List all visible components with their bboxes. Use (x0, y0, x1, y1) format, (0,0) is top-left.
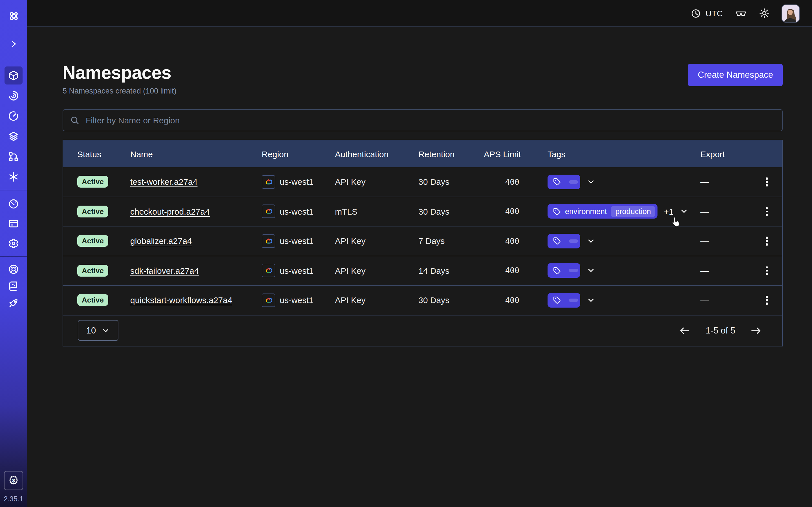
tag-badge[interactable] (548, 175, 580, 189)
namespace-link[interactable]: globalizer.a27a4 (130, 236, 192, 246)
sidebar-item-batch-operations[interactable] (4, 168, 22, 186)
sidebar-item-settings[interactable] (4, 234, 22, 252)
status-badge: Active (77, 294, 108, 306)
search-icon (70, 115, 80, 125)
table-pagination: 10 1-5 of 5 (63, 315, 782, 346)
filter-search[interactable] (63, 109, 783, 131)
export-value: — (700, 177, 752, 187)
chevron-down-icon (587, 237, 596, 245)
region-label: us-west1 (280, 236, 313, 246)
tag-icon (553, 267, 561, 275)
tag-value (569, 298, 578, 302)
next-page-button[interactable] (750, 326, 762, 335)
tags-more-count: +1 (664, 207, 673, 216)
tag-value (569, 269, 578, 272)
namespace-link[interactable]: test-worker.a27a4 (130, 177, 197, 187)
aps-limit-value: 400 (484, 296, 548, 305)
dollar-badge-icon: $ (8, 475, 19, 486)
tags-expand-button[interactable] (587, 296, 596, 305)
table-row: Active quickstart-workflows.a27a4 us-wes… (63, 286, 782, 315)
sidebar-item-schedules[interactable] (4, 107, 22, 125)
status-badge: Active (77, 206, 108, 217)
tag-badge[interactable]: environment production (548, 204, 658, 219)
aps-limit-value: 400 (484, 266, 548, 275)
chevron-right-icon (9, 40, 18, 48)
sidebar-item-usage[interactable] (4, 195, 22, 213)
row-menu-button[interactable] (763, 204, 771, 219)
sidebar-item-nexus[interactable] (4, 148, 22, 166)
export-value: — (700, 207, 752, 216)
namespace-link[interactable]: checkout-prod.a27a4 (130, 207, 210, 216)
asterisk-icon (8, 171, 19, 182)
cube-namespaces-icon (8, 70, 19, 81)
column-header-status: Status (77, 149, 130, 159)
timezone-selector[interactable]: UTC (691, 8, 723, 18)
namespaces-table: Status Name Region Authentication Retent… (63, 140, 783, 346)
table-body: Active test-worker.a27a4 us-west1 API Ke… (63, 167, 782, 315)
rocket-getting-started-icon (8, 297, 19, 309)
tags-expand-button[interactable] (680, 207, 689, 216)
labs-toggle-button[interactable] (735, 8, 747, 19)
user-avatar[interactable] (781, 4, 800, 22)
sidebar: $ 2.35.1 (0, 0, 27, 507)
tags-expand-button[interactable] (587, 237, 596, 245)
row-menu-button[interactable] (763, 263, 771, 278)
pricing-badge-button[interactable]: $ (4, 471, 23, 490)
gcp-cloud-icon (262, 205, 275, 218)
tag-icon (553, 207, 561, 216)
row-menu-button[interactable] (763, 292, 771, 308)
sidebar-item-support[interactable] (4, 262, 22, 277)
sidebar-item-namespaces[interactable] (4, 66, 22, 84)
sidebar-divider (0, 190, 27, 190)
sidebar-expand-button[interactable] (4, 35, 22, 53)
tag-badge[interactable] (548, 263, 580, 278)
chevron-down-icon (101, 326, 110, 335)
page-size-select[interactable]: 10 (78, 320, 118, 341)
topbar: UTC (27, 0, 812, 27)
row-menu-button[interactable] (763, 233, 771, 249)
tag-badge[interactable] (548, 293, 580, 307)
gear-settings-icon (8, 238, 19, 249)
sidebar-item-workflows[interactable] (4, 87, 22, 105)
region-label: us-west1 (280, 266, 313, 276)
namespace-link[interactable]: sdk-failover.a27a4 (130, 266, 199, 276)
sidebar-item-deployments[interactable] (4, 127, 22, 145)
tag-value (569, 180, 578, 184)
book-docs-icon (8, 281, 19, 292)
search-input[interactable] (85, 115, 775, 126)
previous-page-button[interactable] (679, 326, 691, 335)
app-version: 2.35.1 (4, 495, 23, 503)
create-namespace-button[interactable]: Create Namespace (688, 64, 783, 86)
authentication-value: API Key (335, 295, 418, 305)
row-menu-button[interactable] (763, 174, 771, 189)
column-header-export: Export (700, 149, 752, 159)
column-header-retention: Retention (418, 149, 484, 159)
glasses-icon (735, 8, 747, 19)
svg-text:$: $ (12, 478, 15, 483)
page-title: Namespaces (63, 64, 176, 82)
timer-schedules-icon (8, 110, 19, 122)
region-label: us-west1 (280, 207, 313, 216)
column-header-region: Region (262, 149, 335, 159)
export-value: — (700, 236, 752, 246)
status-badge: Active (77, 265, 108, 277)
tags-expand-button[interactable] (587, 177, 596, 186)
aps-limit-value: 400 (484, 237, 548, 245)
namespace-link[interactable]: quickstart-workflows.a27a4 (130, 295, 232, 305)
sidebar-item-getting-started[interactable] (4, 295, 22, 311)
tag-key: environment (565, 207, 607, 216)
temporal-logo[interactable] (4, 7, 22, 25)
table-row: Active checkout-prod.a27a4 us-west1 mTLS… (63, 197, 782, 226)
theme-toggle-button[interactable] (759, 8, 770, 18)
page-subtitle: 5 Namespaces created (100 limit) (63, 87, 176, 95)
sidebar-item-docs[interactable] (4, 278, 22, 294)
table-row: Active globalizer.a27a4 us-west1 API Key… (63, 226, 782, 256)
region-label: us-west1 (280, 295, 313, 305)
tag-badge[interactable] (548, 234, 580, 248)
sun-icon (759, 8, 770, 18)
main-content: Namespaces 5 Namespaces created (100 lim… (27, 27, 812, 507)
page-size-value: 10 (86, 325, 96, 335)
gcp-cloud-icon (262, 264, 275, 277)
sidebar-item-billing[interactable] (4, 215, 22, 233)
tags-expand-button[interactable] (587, 266, 596, 275)
